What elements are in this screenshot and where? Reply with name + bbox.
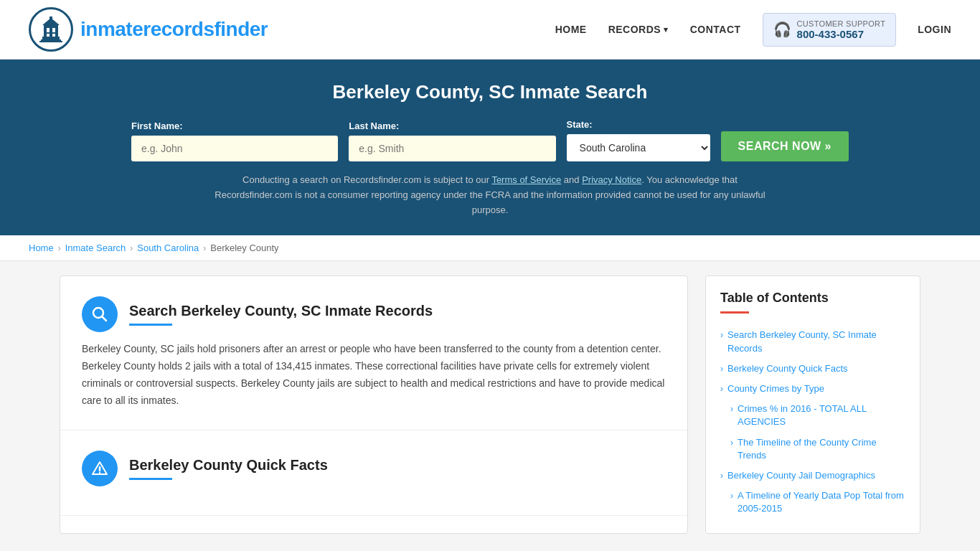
state-group: State: South Carolina <box>567 119 710 161</box>
section1-underline <box>129 324 172 326</box>
toc-item-5[interactable]: › The Timeline of the County Crime Trend… <box>720 433 905 466</box>
main-nav: HOME RECORDS ▾ CONTACT 🎧 CUSTOMER SUPPOR… <box>555 13 951 47</box>
breadcrumb: Home › Inmate Search › South Carolina › … <box>0 235 980 261</box>
hero-section: Berkeley County, SC Inmate Search First … <box>0 60 980 235</box>
state-label: State: <box>567 119 710 130</box>
svg-point-14 <box>99 471 100 473</box>
breadcrumb-inmate-search[interactable]: Inmate Search <box>65 242 126 253</box>
toc-item-6[interactable]: › Berkeley County Jail Demographics <box>720 466 905 486</box>
section1-title: Search Berkeley County, SC Inmate Record… <box>129 303 433 319</box>
last-name-input[interactable] <box>349 136 555 161</box>
first-name-label: First Name: <box>131 121 338 131</box>
section2-title-area: Berkeley County Quick Facts <box>129 457 328 480</box>
content-left: Search Berkeley County, SC Inmate Record… <box>60 276 688 534</box>
svg-line-11 <box>103 317 107 321</box>
privacy-link[interactable]: Privacy Notice <box>582 174 641 185</box>
support-info: CUSTOMER SUPPORT 800-433-0567 <box>797 19 886 40</box>
toc-item-7[interactable]: › A Timeline of Yearly Data Pop Total fr… <box>720 486 905 519</box>
breadcrumb-south-carolina[interactable]: South Carolina <box>137 242 199 253</box>
search-icon <box>91 306 108 323</box>
hero-title: Berkeley County, SC Inmate Search <box>29 81 951 103</box>
nav-home[interactable]: HOME <box>555 24 587 35</box>
breadcrumb-berkeley-county: Berkeley County <box>210 242 278 253</box>
state-select[interactable]: South Carolina <box>567 134 710 161</box>
svg-marker-1 <box>42 18 60 25</box>
breadcrumb-home[interactable]: Home <box>29 242 54 253</box>
last-name-group: Last Name: <box>349 121 555 161</box>
chevron-right-icon: › <box>730 490 733 502</box>
section-quick-facts: Berkeley County Quick Facts <box>60 430 687 516</box>
chevron-right-icon: › <box>720 329 723 342</box>
chevron-down-icon: ▾ <box>664 25 669 34</box>
toc-item-4[interactable]: › Crimes % in 2016 - TOTAL ALL AGENCIES <box>720 399 905 432</box>
chevron-right-icon: › <box>720 470 723 482</box>
svg-rect-7 <box>42 37 60 39</box>
breadcrumb-sep-3: › <box>203 243 206 253</box>
breadcrumb-sep-1: › <box>58 243 61 253</box>
svg-rect-9 <box>39 41 62 42</box>
search-button[interactable]: SEARCH NOW » <box>721 131 849 161</box>
breadcrumb-sep-2: › <box>130 243 133 253</box>
search-form: First Name: Last Name: State: South Caro… <box>131 119 849 161</box>
chevron-right-icon: › <box>720 363 723 375</box>
nav-records[interactable]: RECORDS ▾ <box>608 24 669 35</box>
toc-title: Table of Contents <box>720 291 905 306</box>
hero-disclaimer: Conducting a search on Recordsfinder.com… <box>203 173 777 217</box>
last-name-label: Last Name: <box>349 121 555 131</box>
logo-text: inmaterecordsfinder <box>80 18 268 41</box>
main-content: Search Berkeley County, SC Inmate Record… <box>31 276 949 534</box>
warning-icon <box>91 460 108 477</box>
toc-underline <box>720 311 749 314</box>
login-button[interactable]: LOGIN <box>918 24 951 35</box>
search-icon-circle <box>82 296 118 332</box>
first-name-group: First Name: <box>131 121 338 161</box>
toc-item-2[interactable]: › Berkeley County Quick Facts <box>720 359 905 379</box>
terms-link[interactable]: Terms of Service <box>491 174 561 185</box>
customer-support-button[interactable]: 🎧 CUSTOMER SUPPORT 800-433-0567 <box>763 13 897 47</box>
toc-item-3[interactable]: › County Crimes by Type <box>720 379 905 399</box>
logo-icon <box>29 7 73 52</box>
table-of-contents: Table of Contents › Search Berkeley Coun… <box>705 276 920 534</box>
nav-contact[interactable]: CONTACT <box>690 24 741 35</box>
first-name-input[interactable] <box>131 136 338 161</box>
logo-area: inmaterecordsfinder <box>29 7 268 52</box>
section-inmate-records: Search Berkeley County, SC Inmate Record… <box>60 276 687 430</box>
section2-header: Berkeley County Quick Facts <box>82 451 666 486</box>
chevron-right-icon: › <box>730 437 733 449</box>
svg-rect-4 <box>52 28 55 32</box>
section1-body: Berkeley County, SC jails hold prisoners… <box>82 341 666 409</box>
section1-header: Search Berkeley County, SC Inmate Record… <box>82 296 666 332</box>
toc-item-1[interactable]: › Search Berkeley County, SC Inmate Reco… <box>720 325 905 358</box>
svg-rect-2 <box>44 25 58 38</box>
page-header: inmaterecordsfinder HOME RECORDS ▾ CONTA… <box>0 0 980 60</box>
section2-title: Berkeley County Quick Facts <box>129 457 328 474</box>
section1-title-area: Search Berkeley County, SC Inmate Record… <box>129 303 433 326</box>
headset-icon: 🎧 <box>773 21 791 38</box>
chevron-right-icon: › <box>720 383 723 395</box>
svg-rect-3 <box>47 28 50 32</box>
info-icon-circle <box>82 451 118 486</box>
section2-underline <box>129 478 172 480</box>
chevron-right-icon: › <box>730 403 733 415</box>
